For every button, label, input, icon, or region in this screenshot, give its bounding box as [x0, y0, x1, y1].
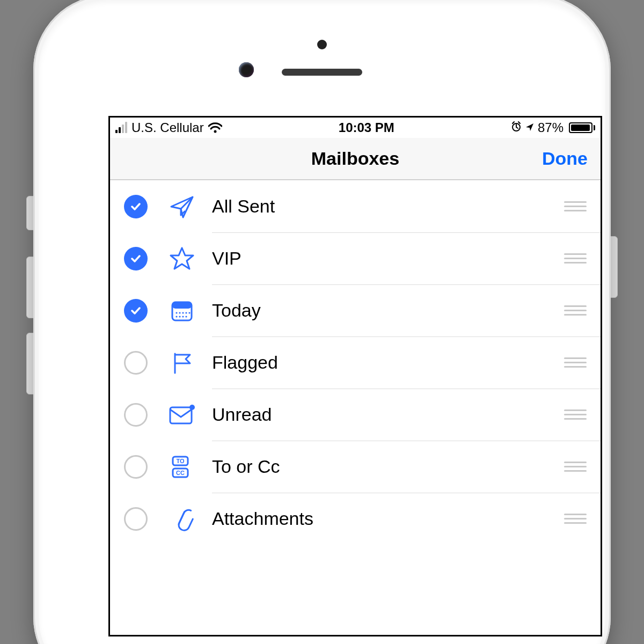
svg-point-4 [175, 312, 177, 313]
list-item[interactable]: TO CC To or Cc [110, 441, 601, 493]
location-icon [525, 120, 535, 135]
battery-percent: 87% [538, 120, 564, 135]
paperclip-icon [168, 505, 196, 533]
carrier-label: U.S. Cellular [131, 120, 204, 135]
list-item[interactable]: All Sent [110, 180, 601, 232]
list-item[interactable]: Unread [110, 389, 601, 441]
item-label: Attachments [212, 508, 564, 529]
svg-point-14 [189, 405, 195, 410]
item-label: Unread [212, 404, 564, 425]
checkbox[interactable] [124, 507, 148, 531]
drag-handle-icon[interactable] [564, 407, 587, 422]
svg-point-9 [175, 316, 177, 317]
drag-handle-icon[interactable] [564, 303, 587, 318]
checkbox[interactable] [124, 299, 148, 323]
battery-fill [571, 125, 590, 131]
front-camera [239, 62, 254, 77]
drag-handle-icon[interactable] [564, 251, 587, 266]
drag-handle-icon[interactable] [564, 459, 587, 474]
item-label: VIP [212, 248, 564, 269]
svg-point-8 [188, 312, 190, 313]
phone-body: U.S. Cellular 10:03 PM 87% [33, 0, 611, 644]
volume-up-button [26, 257, 34, 318]
alarm-icon [511, 120, 522, 135]
mailbox-list: All Sent VIP [110, 180, 601, 545]
star-icon [168, 245, 196, 273]
svg-point-5 [179, 312, 180, 313]
svg-point-0 [214, 130, 216, 133]
svg-point-11 [182, 316, 184, 317]
svg-point-10 [179, 316, 180, 317]
svg-point-12 [185, 316, 187, 317]
svg-text:CC: CC [176, 470, 185, 476]
screen: U.S. Cellular 10:03 PM 87% [108, 116, 602, 636]
proximity-sensor [317, 40, 327, 49]
item-label: Today [212, 300, 564, 321]
to-cc-icon: TO CC [168, 453, 196, 481]
nav-bar: Mailboxes Done [110, 138, 601, 180]
svg-rect-13 [170, 407, 192, 423]
drag-handle-icon[interactable] [564, 511, 587, 526]
checkbox[interactable] [124, 455, 148, 479]
power-button [610, 236, 618, 298]
list-item[interactable]: VIP [110, 232, 601, 284]
calendar-icon [168, 297, 196, 325]
page-title: Mailboxes [110, 148, 601, 169]
done-button[interactable]: Done [542, 148, 588, 169]
mute-switch [26, 196, 34, 230]
wifi-icon [208, 122, 222, 133]
volume-down-button [26, 333, 34, 394]
battery-icon [567, 122, 595, 133]
checkbox[interactable] [124, 247, 148, 270]
svg-rect-3 [172, 302, 192, 309]
paper-plane-icon [168, 193, 196, 221]
item-label: All Sent [212, 196, 564, 217]
list-item[interactable]: Attachments [110, 493, 601, 545]
svg-point-6 [182, 312, 184, 313]
item-label: To or Cc [212, 456, 564, 477]
flag-icon [168, 349, 196, 377]
svg-point-7 [185, 312, 187, 313]
checkbox[interactable] [124, 195, 148, 218]
list-item[interactable]: Flagged [110, 336, 601, 389]
earpiece-speaker [282, 69, 362, 76]
checkbox[interactable] [124, 403, 148, 427]
item-label: Flagged [212, 352, 564, 373]
svg-text:TO: TO [176, 458, 185, 464]
status-time: 10:03 PM [222, 120, 511, 135]
status-bar: U.S. Cellular 10:03 PM 87% [110, 118, 601, 138]
cellular-signal-icon [115, 122, 127, 133]
checkbox[interactable] [124, 351, 148, 375]
drag-handle-icon[interactable] [564, 355, 587, 370]
drag-handle-icon[interactable] [564, 199, 587, 214]
list-item[interactable]: Today [110, 284, 601, 336]
envelope-dot-icon [168, 401, 196, 429]
